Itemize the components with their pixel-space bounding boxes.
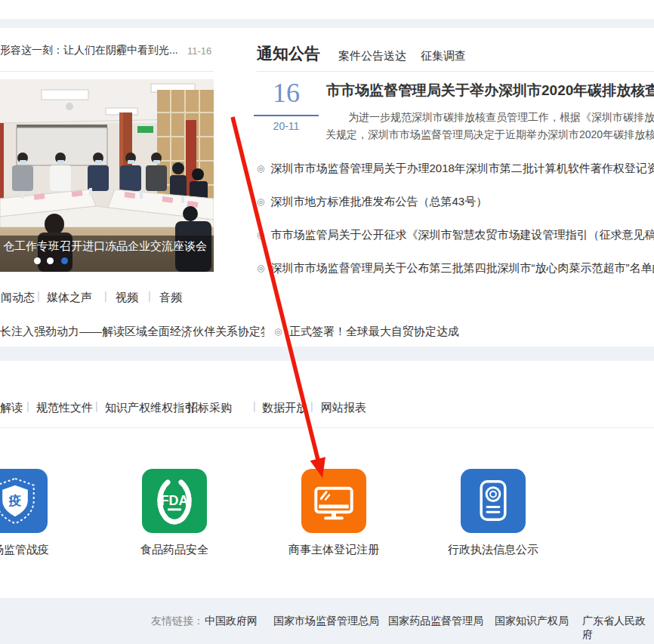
service-label-business-registration: 商事主体登记注册 — [273, 543, 394, 557]
photo-carousel[interactable]: 仓工作专班召开进口冻品企业交流座谈会 — [0, 79, 214, 272]
ticker-news-2[interactable]: 正式签署！全球最大自贸协定达成 — [289, 325, 516, 339]
tab-case-announcement-delivery[interactable]: 案件公告送达 — [338, 49, 406, 63]
quick-link-open-data[interactable]: 数据开放 — [262, 401, 307, 415]
tab-video[interactable]: 视频 — [116, 291, 138, 305]
page: 形容这一刻：让人们在阴霾中看到光... 11-16 — [0, 0, 654, 644]
footer-link-nmpa[interactable]: 国家药品监督管理局 — [388, 615, 483, 628]
svg-text:FDA: FDA — [161, 493, 189, 508]
tab-solicitation-survey[interactable]: 征集调查 — [421, 49, 466, 63]
carousel-dot-1[interactable] — [34, 257, 41, 264]
notice-list-item[interactable]: ◎市市场监管局关于公开征求《深圳市智慧农贸市场建设管理指引（征求意见稿）》... — [257, 228, 654, 242]
ticker-bullet-icon: ◎ — [274, 326, 282, 337]
ticker-news-1[interactable]: 长注入强劲动力——解读区域全面经济伙伴关系协定签署 — [0, 325, 264, 339]
link-separator: | — [177, 400, 180, 412]
notice-divider — [257, 71, 654, 72]
tab-audio[interactable]: 音频 — [159, 291, 182, 305]
carousel-caption-band: 仓工作专班召开进口冻品企业交流座谈会 — [0, 236, 214, 272]
service-tile-law-enforcement-disclosure[interactable] — [461, 469, 526, 533]
link-separator: | — [253, 400, 256, 412]
footer-links-label: 友情链接： — [151, 615, 204, 628]
news-list-item-date: 11-16 — [187, 45, 211, 57]
featured-notice-summary-line1: 为进一步规范深圳市碳排放核查员管理工作，根据《深圳市碳排放权交易管理 — [325, 111, 654, 125]
bodycam-icon — [461, 469, 526, 533]
bullet-icon: ◎ — [257, 230, 264, 240]
quick-link-normative-documents[interactable]: 规范性文件 — [36, 401, 93, 415]
tab-separator: | — [104, 290, 107, 302]
left-column-divider — [0, 71, 214, 72]
quick-link-bidding-procurement[interactable]: 招标采购 — [187, 401, 232, 415]
service-label-law-enforcement-disclosure: 行政执法信息公示 — [433, 543, 554, 557]
featured-notice-summary-line2: 关规定，深圳市市场监督管理局决定于近期举办深圳市2020年碳排放核查员专业知 — [325, 128, 654, 142]
tab-separator: | — [148, 290, 151, 302]
notice-list-item[interactable]: ◎深圳市地方标准批准发布公告（总第43号） — [257, 195, 654, 209]
service-tile-business-registration[interactable] — [301, 469, 366, 533]
tab-media-voice[interactable]: 媒体之声 — [47, 291, 92, 305]
carousel-dot-2[interactable] — [47, 257, 54, 264]
footer-link-samr[interactable]: 国家市场监督管理总局 — [273, 615, 379, 628]
link-separator: | — [95, 400, 98, 412]
svg-text:疫: 疫 — [8, 494, 22, 508]
fda-wreath-icon: FDA — [142, 469, 207, 533]
shield-epidemic-icon: 疫 — [0, 469, 48, 533]
services-divider — [0, 427, 654, 428]
tab-separator: | — [37, 290, 40, 302]
bullet-icon: ◎ — [257, 263, 264, 273]
bullet-icon: ◎ — [257, 163, 264, 174]
tab-news-dynamics[interactable]: 闻动态 — [1, 291, 35, 305]
featured-notice-month: 20-11 — [254, 120, 319, 132]
service-label-food-drug-safety: 食品药品安全 — [114, 543, 235, 557]
section-gap-band — [0, 19, 654, 28]
notice-list-item[interactable]: ◎深圳市市场监督管理局关于办理2018年深圳市第二批计算机软件著作权登记资助领 — [257, 162, 654, 176]
notice-list-item[interactable]: ◎深圳市市场监督管理局关于公布第三批第四批深圳市“放心肉菜示范超市”名单的... — [257, 261, 654, 276]
notice-section-title: 通知公告 — [257, 43, 320, 64]
featured-notice-title[interactable]: 市市场监督管理局关于举办深圳市2020年碳排放核查员专业知 — [326, 81, 654, 100]
footer-link-cnipa[interactable]: 国家知识产权局 — [495, 615, 569, 628]
service-tile-epidemic-supervision[interactable]: 疫 — [0, 469, 48, 533]
footer-link-china-gov[interactable]: 中国政府网 — [205, 615, 258, 628]
link-separator: | — [310, 400, 313, 412]
featured-notice-day: 16 — [254, 77, 319, 109]
quick-link-interpretation[interactable]: 解读 — [0, 401, 23, 415]
link-separator: | — [26, 400, 29, 412]
section-gap-band — [0, 347, 654, 361]
carousel-dot-3-active[interactable] — [61, 257, 68, 264]
monitor-icon — [301, 469, 366, 533]
service-label-epidemic-supervision: 场监管战疫 — [0, 543, 49, 557]
footer-link-guangdong-gov[interactable]: 广东省人民政府 — [582, 615, 654, 642]
bullet-icon: ◎ — [257, 196, 264, 207]
carousel-caption: 仓工作专班召开进口冻品企业交流座谈会 — [3, 239, 211, 254]
quick-link-site-reports[interactable]: 网站报表 — [321, 401, 366, 415]
service-tile-food-drug-safety[interactable]: FDA — [142, 469, 207, 533]
quick-link-ip-rights-guide[interactable]: 知识产权维权指引 — [105, 401, 196, 415]
news-list-item[interactable]: 形容这一刻：让人们在阴霾中看到光... — [0, 44, 219, 57]
featured-notice-rule — [254, 115, 319, 116]
